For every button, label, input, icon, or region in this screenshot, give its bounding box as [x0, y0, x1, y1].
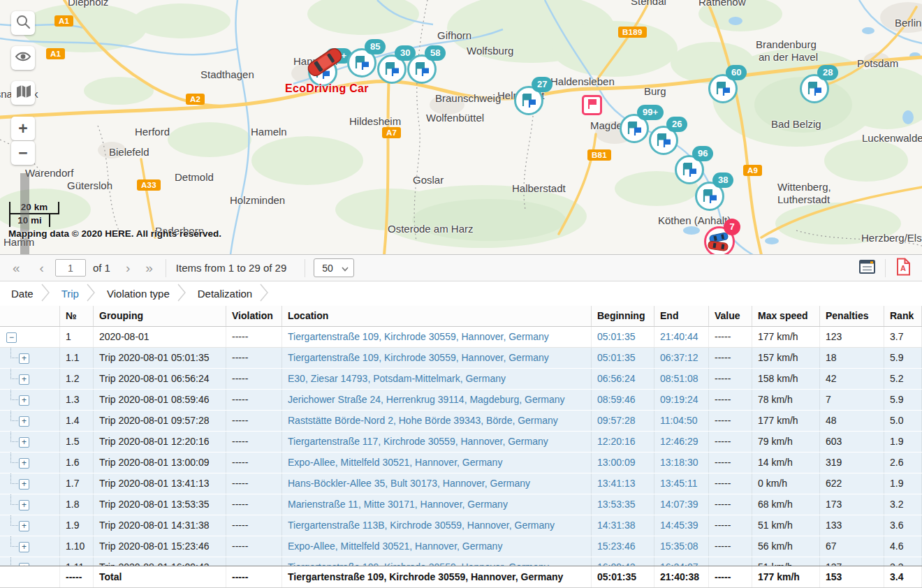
road-badge: B81	[587, 149, 611, 161]
location-link[interactable]: Tiergartenstraße 109, Kirchrode 30559, H…	[282, 348, 592, 368]
location-link[interactable]: Expo-Allee, Mittelfeld 30521, Hannover, …	[282, 453, 592, 473]
breadcrumb-level-violation-type[interactable]: Violation type	[107, 288, 170, 300]
location-link[interactable]: Tiergartenstraße 109, Kirchrode 30559, H…	[282, 557, 592, 566]
beginning-cell[interactable]: 05:01:35	[592, 327, 654, 347]
location-link[interactable]: Marienstraße 11, Mitte 30171, Hannover, …	[282, 494, 592, 515]
next-page-button[interactable]: ›	[123, 261, 133, 274]
minus-icon: −	[18, 144, 27, 163]
location-link[interactable]: Tiergartenstraße 109, Kirchrode 30559, H…	[282, 327, 592, 347]
map-city-label: Gütersloh	[67, 179, 112, 191]
location-link[interactable]: E30, Ziesar 14793, Potsdam-Mittelmark, G…	[282, 369, 592, 389]
page-size-select[interactable]: 50	[314, 258, 354, 277]
total-max-speed-cell: 177 km/h	[752, 566, 820, 587]
location-link[interactable]: Expo-Allee, Mittelfeld 30521, Hannover, …	[282, 536, 592, 557]
zoom-in-button[interactable]: +	[11, 117, 35, 140]
beginning-cell[interactable]: 05:01:35	[592, 348, 654, 368]
expand-toggle[interactable]: +	[19, 458, 29, 469]
last-page-button[interactable]: »	[142, 261, 156, 274]
collapse-toggle[interactable]: −	[6, 332, 17, 343]
beginning-cell[interactable]: 13:53:35	[592, 494, 654, 515]
map-city-label: Halberstadt	[512, 182, 566, 194]
value-cell: -----	[709, 348, 752, 368]
map-cluster-marker[interactable]: 27	[514, 86, 543, 115]
expand-toggle[interactable]: +	[19, 416, 29, 427]
expand-toggle[interactable]: +	[19, 395, 29, 406]
map-cluster-marker[interactable]: 58	[407, 54, 437, 84]
expand-cell: +	[0, 390, 60, 410]
expand-toggle[interactable]: +	[19, 563, 29, 566]
beginning-cell[interactable]: 12:20:16	[592, 432, 654, 452]
beginning-cell[interactable]: 08:59:46	[592, 390, 654, 410]
location-link[interactable]: Raststätte Börde-Nord 2, Hohe Börde 3934…	[282, 411, 592, 431]
plus-icon: +	[18, 119, 27, 138]
table-total-row: -----Total-----Tiergartenstraße 109, Kir…	[0, 566, 922, 588]
map-city-label: Holzminden	[230, 194, 285, 206]
map[interactable]: DiepholzStendalRathenowBerlinGifhornWolf…	[0, 0, 922, 255]
map-cluster-marker[interactable]: 60	[708, 74, 738, 103]
map-cluster-marker[interactable]: 99+	[620, 114, 649, 143]
beginning-cell[interactable]: 13:41:13	[592, 473, 654, 494]
beginning-cell[interactable]: 09:57:28	[592, 411, 654, 431]
first-page-button[interactable]: «	[10, 261, 23, 274]
beginning-cell[interactable]: 15:23:46	[592, 536, 654, 557]
end-cell[interactable]: 06:37:12	[654, 348, 709, 368]
map-cluster-marker[interactable]: 28	[800, 74, 829, 103]
end-cell[interactable]: 16:24:07	[654, 557, 709, 566]
breadcrumb-level-trip[interactable]: Trip	[61, 288, 79, 300]
location-link[interactable]: Hans-Böckler-Allee 35, Bult 30173, Hanno…	[282, 473, 592, 494]
prev-page-button[interactable]: ‹	[37, 261, 47, 274]
end-cell[interactable]: 15:35:08	[654, 536, 709, 557]
beginning-cell[interactable]: 14:31:38	[592, 515, 654, 536]
road-badge: A9	[743, 165, 762, 176]
cluster-count-badge: 96	[692, 146, 713, 161]
expand-toggle[interactable]: +	[19, 374, 29, 385]
location-link[interactable]: Tiergartenstraße 113B, Kirchrode 30559, …	[282, 515, 592, 536]
map-cluster-marker[interactable]: 96	[675, 155, 704, 184]
end-cell[interactable]: 21:40:44	[654, 327, 709, 347]
column-header: Beginning	[592, 306, 654, 326]
location-link[interactable]: Jerichower Straße 24, Herrenkrug 39114, …	[282, 390, 592, 410]
end-cell[interactable]: 14:07:39	[654, 494, 709, 515]
end-cell[interactable]: 12:46:29	[654, 432, 709, 452]
grouping-cell: Trip 2020-08-01 12:20:16	[94, 432, 226, 452]
export-pdf-button[interactable]: A	[891, 258, 915, 279]
violation-flag-marker[interactable]	[582, 95, 602, 115]
car-cluster-marker[interactable]: 7	[704, 226, 735, 255]
expand-toggle[interactable]: +	[19, 479, 29, 490]
map-cluster-marker[interactable]: 85	[347, 48, 376, 78]
map-layers-button[interactable]	[11, 81, 35, 105]
map-cluster-marker[interactable]: 38	[695, 182, 724, 211]
end-cell[interactable]: 13:18:30	[654, 453, 709, 473]
road-badge: A7	[382, 127, 401, 138]
road-badge: A2	[186, 94, 205, 105]
expand-toggle[interactable]: +	[19, 437, 29, 448]
column-header: Max speed	[752, 306, 820, 326]
location-link[interactable]: Tiergartenstraße 117, Kirchrode 30559, H…	[282, 432, 592, 452]
expand-toggle[interactable]: +	[19, 521, 29, 531]
zoom-out-button[interactable]: −	[11, 141, 35, 165]
grouping-cell: Trip 2020-08-01 13:00:09	[94, 453, 226, 473]
violation-cell: -----	[226, 557, 282, 566]
end-cell[interactable]: 13:45:11	[654, 473, 709, 494]
end-cell[interactable]: 14:45:39	[654, 515, 709, 536]
map-cluster-marker[interactable]: 30	[377, 54, 407, 84]
map-visibility-button[interactable]	[11, 46, 35, 70]
expand-toggle[interactable]: +	[19, 500, 29, 510]
value-cell: -----	[709, 536, 752, 557]
map-cluster-marker[interactable]: 26	[649, 126, 678, 155]
page-number-input[interactable]	[55, 259, 86, 277]
expand-toggle[interactable]: +	[19, 542, 29, 552]
beginning-cell[interactable]: 16:09:43	[592, 557, 654, 566]
expand-toggle[interactable]: +	[19, 353, 29, 364]
beginning-cell[interactable]: 13:00:09	[592, 453, 654, 473]
total-penalties-cell: 153	[820, 566, 884, 587]
map-search-button[interactable]	[11, 11, 35, 35]
end-cell[interactable]: 11:04:50	[654, 411, 709, 431]
table-view-button[interactable]	[856, 258, 879, 279]
end-cell[interactable]: 09:19:24	[654, 390, 709, 410]
beginning-cell[interactable]: 06:56:24	[592, 369, 654, 389]
breadcrumb-level-date[interactable]: Date	[11, 288, 34, 300]
map-scrollbar[interactable]	[20, 173, 29, 255]
end-cell[interactable]: 08:51:08	[654, 369, 709, 389]
breadcrumb-level-detalization[interactable]: Detalization	[198, 288, 252, 300]
